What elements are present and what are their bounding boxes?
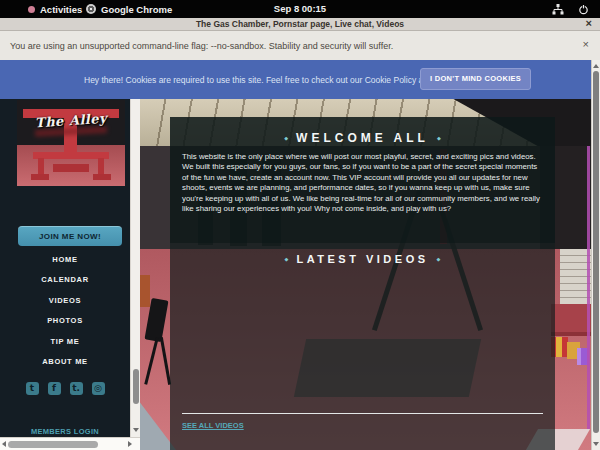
- sidebar-frame: The Alley JOIN ME NOW! HOME CALENDAR VID…: [0, 99, 130, 437]
- facebook-icon[interactable]: f: [48, 382, 61, 395]
- clock[interactable]: Sep 8 00:15: [0, 0, 600, 18]
- sidebar-item-calendar[interactable]: CALENDAR: [0, 270, 130, 291]
- network-icon[interactable]: [552, 0, 564, 18]
- gnome-top-bar: Activities Google Chrome Sep 8 00:15: [0, 0, 600, 18]
- browser-title-bar: The Gas Chamber, Pornstar page, Live cha…: [0, 18, 600, 31]
- tumblr-icon[interactable]: t.: [70, 382, 83, 395]
- logo-foot: [31, 174, 49, 180]
- sidebar-horizontal-scrollbar[interactable]: [0, 437, 140, 450]
- page-content-overlay: ◆ WELCOME ALL ◆ This website is the only…: [170, 117, 555, 450]
- welcome-title: WELCOME ALL: [296, 131, 429, 145]
- diamond-icon: ◆: [285, 257, 289, 262]
- flag-warning-bar: You are using an unsupported command-lin…: [0, 31, 600, 60]
- scroll-down-icon[interactable]: [133, 428, 139, 432]
- sidebar-item-about-me[interactable]: ABOUT ME: [0, 352, 130, 373]
- background-red-bench: [551, 304, 591, 336]
- background-magenta-strip: [587, 146, 590, 429]
- scroll-right-icon[interactable]: [128, 441, 132, 447]
- see-all-videos-link[interactable]: SEE ALL VIDEOS: [182, 421, 244, 430]
- sidebar-nav: HOME CALENDAR VIDEOS PHOTOS TIP ME ABOUT…: [0, 249, 130, 372]
- scroll-down-icon[interactable]: [593, 442, 599, 446]
- scrollbar-thumb[interactable]: [133, 369, 139, 404]
- scroll-up-icon[interactable]: [593, 64, 599, 68]
- scrollbar-thumb[interactable]: [593, 71, 599, 433]
- latest-videos-heading: ◆ LATEST VIDEOS ◆: [170, 253, 555, 265]
- background-orange-object: [140, 275, 150, 307]
- logo-foot: [93, 174, 111, 180]
- sidebar-item-home[interactable]: HOME: [0, 249, 130, 270]
- scroll-left-icon[interactable]: [2, 441, 6, 447]
- cookie-message: Hey there! Cookies are required to use t…: [84, 75, 462, 85]
- power-icon[interactable]: [578, 0, 589, 18]
- welcome-heading: ◆ WELCOME ALL ◆: [170, 131, 555, 145]
- twitter-icon[interactable]: t: [26, 382, 39, 395]
- sidebar-item-videos[interactable]: VIDEOS: [0, 290, 130, 311]
- join-me-now-button[interactable]: JOIN ME NOW!: [18, 226, 122, 246]
- diamond-icon: ◆: [437, 257, 441, 262]
- instagram-icon[interactable]: ◎: [92, 382, 105, 395]
- window-title: The Gas Chamber, Pornstar page, Live cha…: [196, 19, 404, 29]
- cookie-notice-bar: Hey there! Cookies are required to use t…: [0, 60, 591, 99]
- scrollbar-thumb[interactable]: [8, 441, 98, 448]
- members-login-link[interactable]: MEMBERS LOGIN: [0, 427, 130, 436]
- window-scrollbar[interactable]: [591, 60, 600, 450]
- welcome-section: ◆ WELCOME ALL ◆ This website is the only…: [170, 117, 555, 243]
- latest-videos-title: LATEST VIDEOS: [296, 253, 428, 265]
- latest-videos-section: ◆ LATEST VIDEOS ◆ SEE ALL VIDEOS: [170, 243, 555, 450]
- diamond-icon: ◆: [284, 136, 288, 141]
- sidebar-item-photos[interactable]: PHOTOS: [0, 311, 130, 332]
- videos-placeholder-area: [170, 265, 555, 413]
- logo-base: [53, 164, 89, 172]
- window-close-icon[interactable]: ×: [586, 17, 592, 29]
- diamond-icon: ◆: [437, 136, 441, 141]
- welcome-text: This website is the only place where we …: [182, 152, 543, 214]
- site-logo[interactable]: The Alley: [17, 100, 125, 186]
- divider-line: [182, 413, 543, 414]
- sidebar-scrollbar[interactable]: [130, 99, 140, 437]
- sidebar-item-tip-me[interactable]: TIP ME: [0, 331, 130, 352]
- infobar-close-icon[interactable]: ×: [583, 38, 589, 50]
- flag-warning-message: You are using an unsupported command-lin…: [10, 41, 393, 51]
- accept-cookies-button[interactable]: I DON'T MIND COOKIES: [420, 68, 531, 90]
- main-content-frame: ◆ WELCOME ALL ◆ This website is the only…: [140, 99, 591, 450]
- social-links: t f t. ◎: [0, 382, 130, 395]
